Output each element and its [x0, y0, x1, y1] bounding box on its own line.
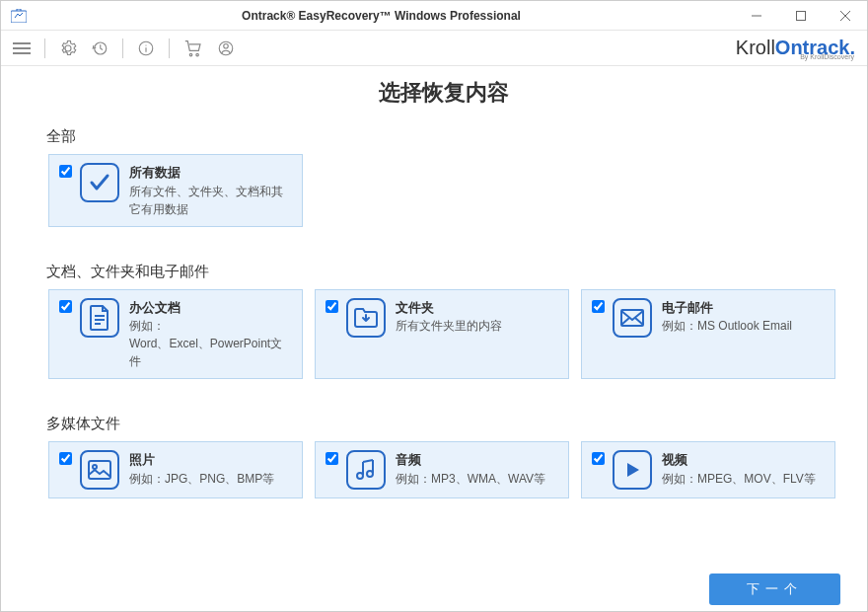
svg-point-23 — [367, 471, 373, 477]
info-icon[interactable] — [137, 37, 155, 60]
card-desc: 例如：MPEG、MOV、FLV等 — [662, 470, 816, 488]
section-heading-all: 全部 — [46, 127, 839, 146]
card-all-data[interactable]: 所有数据 所有文件、文件夹、文档和其它有用数据 — [48, 154, 303, 227]
section-heading-docs: 文档、文件夹和电子邮件 — [46, 263, 839, 281]
checkbox-audio[interactable] — [326, 452, 338, 465]
checkbox-office-docs[interactable] — [59, 300, 72, 313]
section-media: 多媒体文件 照片 例如：JPG、PNG、BMP等 音频 例如：MP3、WMA、W… — [48, 415, 839, 498]
image-icon — [80, 450, 119, 490]
card-title: 照片 — [129, 450, 274, 470]
close-button[interactable] — [823, 1, 867, 31]
card-title: 电子邮件 — [662, 298, 792, 318]
section-heading-media: 多媒体文件 — [46, 415, 839, 433]
separator — [44, 38, 45, 58]
document-icon — [80, 298, 119, 338]
cart-icon[interactable] — [183, 37, 203, 60]
brand-kroll: Kroll — [736, 37, 775, 59]
svg-point-15 — [224, 43, 229, 48]
footer-bar: 下一个 — [0, 567, 868, 612]
gear-icon[interactable] — [59, 37, 77, 60]
history-icon[interactable] — [91, 37, 108, 60]
card-desc: 例如：JPG、PNG、BMP等 — [129, 470, 274, 488]
card-title: 视频 — [662, 450, 816, 470]
titlebar: Ontrack® EasyRecovery™ Windows Professio… — [1, 1, 867, 31]
email-icon — [613, 298, 652, 338]
brand-logo: KrollOntrack. By KrollDiscovery — [736, 37, 855, 59]
card-title: 音频 — [396, 450, 545, 470]
app-icon — [9, 6, 29, 26]
svg-point-21 — [93, 465, 97, 469]
svg-rect-2 — [796, 11, 805, 20]
check-icon — [80, 163, 119, 202]
card-desc: 所有文件、文件夹、文档和其它有用数据 — [129, 183, 292, 218]
svg-rect-20 — [89, 461, 110, 479]
section-docs: 文档、文件夹和电子邮件 办公文档 例如：Word、Excel、PowerPoin… — [48, 263, 839, 380]
card-title: 办公文档 — [129, 298, 292, 318]
svg-point-12 — [189, 53, 191, 55]
toolbar: KrollOntrack. By KrollDiscovery — [1, 31, 867, 66]
music-icon — [346, 450, 386, 490]
checkbox-all-data[interactable] — [59, 165, 72, 178]
card-office-docs[interactable]: 办公文档 例如：Word、Excel、PowerPoint文件 — [48, 289, 303, 380]
checkbox-email[interactable] — [592, 300, 605, 313]
card-folders[interactable]: 文件夹 所有文件夹里的内容 — [315, 289, 569, 380]
card-title: 所有数据 — [129, 163, 292, 183]
checkbox-folders[interactable] — [326, 300, 338, 313]
svg-point-13 — [196, 53, 198, 55]
separator — [122, 38, 123, 58]
card-photos[interactable]: 照片 例如：JPG、PNG、BMP等 — [48, 441, 303, 498]
card-desc: 例如：MS Outlook Email — [662, 317, 792, 335]
window-title: Ontrack® EasyRecovery™ Windows Professio… — [29, 9, 734, 23]
window-controls — [734, 1, 867, 31]
section-all: 全部 所有数据 所有文件、文件夹、文档和其它有用数据 — [48, 127, 839, 227]
card-desc: 例如：Word、Excel、PowerPoint文件 — [129, 317, 292, 370]
card-audio[interactable]: 音频 例如：MP3、WMA、WAV等 — [315, 441, 569, 498]
card-email[interactable]: 电子邮件 例如：MS Outlook Email — [581, 289, 835, 380]
minimize-button[interactable] — [734, 1, 778, 31]
card-desc: 所有文件夹里的内容 — [396, 317, 502, 335]
svg-rect-0 — [11, 11, 27, 23]
svg-point-10 — [145, 44, 146, 45]
main-content: 选择恢复内容 全部 所有数据 所有文件、文件夹、文档和其它有用数据 文档、文件夹… — [1, 66, 867, 566]
user-icon[interactable] — [217, 37, 235, 60]
checkbox-video[interactable] — [592, 452, 605, 465]
svg-rect-19 — [621, 310, 643, 326]
maximize-button[interactable] — [778, 1, 823, 31]
menu-icon[interactable] — [13, 37, 31, 60]
svg-point-22 — [357, 473, 363, 479]
page-title: 选择恢复内容 — [48, 78, 839, 108]
checkbox-photos[interactable] — [59, 452, 72, 465]
play-icon — [613, 450, 652, 490]
separator — [169, 38, 170, 58]
brand-subtitle: By KrollDiscovery — [800, 53, 854, 60]
card-video[interactable]: 视频 例如：MPEG、MOV、FLV等 — [581, 441, 835, 498]
card-title: 文件夹 — [396, 298, 502, 318]
folder-download-icon — [346, 298, 386, 338]
card-desc: 例如：MP3、WMA、WAV等 — [396, 470, 545, 488]
next-button[interactable]: 下一个 — [709, 574, 840, 605]
